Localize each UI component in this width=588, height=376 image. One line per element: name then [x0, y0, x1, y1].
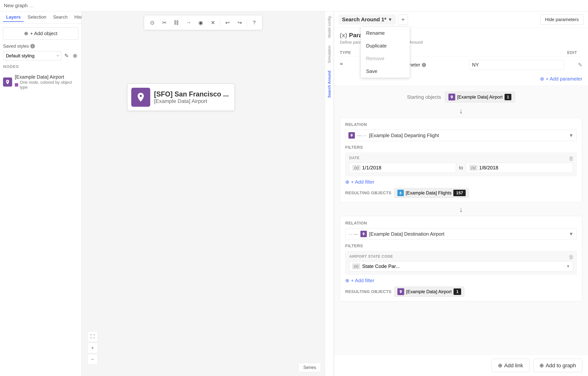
relation-2-select-arrow: ▼ — [569, 231, 574, 237]
param-edit-button[interactable]: ✎ — [567, 62, 582, 68]
col-value — [468, 50, 567, 55]
add-filter-link-2[interactable]: ⊕ + Add filter — [345, 278, 577, 284]
sidebar-tabs: Layers Selection Search Histogram Info « — [0, 11, 81, 23]
dropdown-duplicate[interactable]: Duplicate — [361, 40, 410, 52]
dropdown-menu: Rename Duplicate Remove Save — [361, 27, 410, 78]
search-around-tab: Search Around 1* ▼ — [339, 15, 396, 24]
saved-styles-label: Saved styles i — [3, 44, 78, 49]
resulting-objects-row-1: Resulting Objects [Example Data] Flights… — [345, 188, 577, 198]
main-layout: Layers Selection Search Histogram Info «… — [0, 11, 588, 376]
model-config-bar: Model config. Simulation Search Around — [325, 11, 334, 376]
right-content: Starting objects [Example Data] Airport … — [334, 86, 588, 355]
canvas-area[interactable]: ⊙ ✂ ⛓ → ◉ ✕ ↩ ↪ ? [SFO] San Francisco ..… — [82, 11, 325, 376]
tab-selection[interactable]: Selection — [24, 13, 49, 22]
starting-objects-row: Starting objects [Example Data] Airport … — [340, 91, 582, 102]
search-around-label[interactable]: Search Around — [327, 67, 332, 102]
node-description: One node, colored by object type — [15, 80, 78, 90]
add-link-button[interactable]: ⊕ Add link — [492, 359, 529, 372]
resulting-label-2: Resulting Objects — [345, 289, 391, 294]
right-panel: Search Around 1* ▼ + Hide parameters Ren… — [334, 11, 588, 376]
filter-group-state: 🗑 AIRPORT STATE CODE (x) State Code Par.… — [345, 251, 577, 275]
tab-dropdown-button[interactable]: ▼ — [388, 17, 392, 22]
toolbar-separator — [220, 19, 220, 26]
nodes-label: NODES — [3, 64, 78, 69]
add-filter-link-1[interactable]: ⊕ + Add filter — [345, 179, 577, 185]
canvas-toolbar: ⊙ ✂ ⛓ → ◉ ✕ ↩ ↪ ? — [144, 15, 262, 30]
fx-badge-to: (x) — [469, 165, 477, 171]
filters-1-label: Filters — [345, 145, 577, 150]
starting-chip-label: [Example Data] Airport — [457, 94, 503, 100]
relation-card-1: Relation — ··· [Example Data] Departing … — [340, 117, 582, 203]
airport-node[interactable]: [SFO] San Francisco ... [Example Data] A… — [127, 84, 235, 111]
flights-svg-icon — [399, 191, 402, 195]
add-tab-button[interactable]: + — [398, 15, 408, 24]
map-zoom-out-btn[interactable]: − — [87, 354, 98, 365]
result-chip-2-label: [Example Data] Airport — [406, 289, 452, 294]
node-item: [Example Data] Airport One node, colored… — [3, 71, 78, 92]
result-count-1: 157 — [453, 190, 466, 196]
hide-parameters-button[interactable]: Hide parameters — [540, 14, 583, 25]
result-chip-2: [Example Data] Airport 1 — [394, 287, 464, 297]
tab-layers[interactable]: Layers — [3, 13, 24, 22]
filter-field-date: DATE — [349, 156, 573, 160]
right-panel-header: Search Around 1* ▼ + Hide parameters Ren… — [334, 11, 588, 28]
filter-date-to: 1/8/2018 — [479, 165, 498, 171]
map-controls: ⛶ + − — [87, 331, 98, 365]
airport-node-subtitle: [Example Data] Airport — [154, 98, 229, 104]
add-object-label: + Add object — [30, 31, 57, 36]
map-zoom-in-btn[interactable]: + — [87, 343, 98, 353]
relation-2-select[interactable]: ··· — [Example Data] Destination Airport… — [345, 228, 577, 240]
relation-card-2: Relation ··· — [Example Data] Destinatio… — [340, 216, 582, 302]
simulation-label[interactable]: Simulation — [327, 42, 332, 67]
dropdown-save[interactable]: Save — [361, 65, 410, 78]
plus-circle-icon: ⊕ — [540, 76, 544, 82]
filter-row-date: (x) 1/1/2018 to (x) 1/8/2018 — [349, 163, 573, 173]
starting-chip-icon — [448, 94, 455, 100]
filter-delete-button-1[interactable]: 🗑 — [569, 155, 574, 162]
dropdown-remove: Remove — [361, 52, 410, 65]
relation-2-text: [Example Data] Destination Airport — [369, 231, 444, 237]
toolbar-undo-btn[interactable]: ↩ — [222, 17, 233, 28]
add-to-graph-button[interactable]: ⊕ Add to graph — [533, 359, 582, 372]
filter-select-arrow: ▼ — [566, 264, 570, 268]
filter-dropdown-row: (x) State Code Par... ▼ — [349, 261, 573, 271]
map-fit-btn[interactable]: ⛶ — [87, 331, 98, 342]
node-icon-wrap — [3, 77, 12, 87]
filter-delete-button-2[interactable]: 🗑 — [569, 254, 574, 260]
filter-group-date: 🗑 DATE (x) 1/1/2018 to (x) 1/8/2018 — [345, 153, 577, 176]
toolbar-close-btn[interactable]: ✕ — [207, 17, 219, 28]
toolbar-hide-btn[interactable]: ◉ — [195, 17, 206, 28]
toolbar-flow-btn[interactable]: → — [183, 17, 194, 28]
toolbar-target-btn[interactable]: ⊙ — [147, 17, 158, 28]
relation-1-text: [Example Data] Departing Flight — [369, 133, 439, 138]
relation-1-select[interactable]: — ··· [Example Data] Departing Flight ▼ — [345, 130, 577, 141]
top-bar-dots: ... — [30, 3, 34, 9]
toolbar-redo-btn[interactable]: ↪ — [234, 17, 245, 28]
result-chip-2-icon — [397, 288, 404, 295]
relation-2-icon-svg — [362, 232, 365, 236]
style-select[interactable]: Default styling — [3, 51, 61, 60]
filter-date-from-box[interactable]: (x) 1/1/2018 — [349, 163, 456, 173]
airport-node-title: [SFO] San Francisco ... — [154, 90, 229, 98]
starting-chip-count: 1 — [504, 94, 511, 100]
top-bar: New graph ... — [0, 0, 588, 11]
add-object-button[interactable]: ⊕ + Add object — [3, 27, 78, 40]
filter-state-select[interactable]: (x) State Code Par... ▼ — [349, 261, 573, 271]
series-button[interactable]: Series — [299, 363, 321, 372]
toolbar-scissors-btn[interactable]: ✂ — [158, 17, 170, 28]
relation-1-select-arrow: ▼ — [569, 133, 574, 138]
param-value-input[interactable] — [469, 60, 564, 70]
bottom-action-bar: ⊕ Add link ⊕ Add to graph — [334, 355, 588, 376]
edit-style-button[interactable]: ✎ — [63, 52, 70, 60]
down-arrow-2: ↓ — [340, 206, 582, 214]
toolbar-link-btn[interactable]: ⛓ — [171, 17, 182, 28]
tab-search[interactable]: Search — [50, 13, 71, 22]
relation-1-label: Relation — [345, 122, 577, 127]
add-style-button[interactable]: ⊕ — [72, 52, 78, 60]
search-around-tab-label: Search Around 1* — [342, 17, 386, 22]
toolbar-help-btn[interactable]: ? — [249, 17, 260, 28]
dropdown-rename[interactable]: Rename — [361, 27, 410, 40]
info-icon: i — [30, 44, 35, 48]
model-config-label[interactable]: Model config. — [327, 11, 332, 42]
filter-date-to-box[interactable]: (x) 1/8/2018 — [466, 163, 573, 173]
